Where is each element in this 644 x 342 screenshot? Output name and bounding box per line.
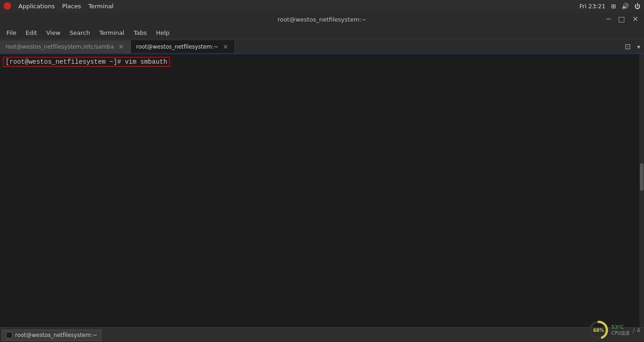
tab-samba-close[interactable]: ✕ bbox=[117, 43, 125, 50]
menu-view[interactable]: View bbox=[42, 28, 65, 37]
window-title: root@westos_netfilesystem:~ bbox=[277, 16, 366, 23]
title-bar: root@westos_netfilesystem:~ ─ □ ✕ bbox=[0, 12, 644, 27]
tab-home-close[interactable]: ✕ bbox=[222, 43, 229, 50]
power-icon[interactable]: ⏻ bbox=[634, 3, 640, 10]
tab-samba[interactable]: root@westos_netfilesystem:/etc/samba ✕ bbox=[0, 40, 131, 53]
system-tray: 68% 53°C CPU温度 / 4 bbox=[589, 320, 640, 340]
volume-icon[interactable]: 🔊 bbox=[622, 3, 629, 10]
cpu-temp-display: 53°C CPU温度 bbox=[611, 324, 630, 336]
close-button[interactable]: ✕ bbox=[631, 16, 640, 23]
terminal-prompt-line: [root@westos_netfilesystem ~]# vim smbau… bbox=[0, 56, 644, 68]
maximize-button[interactable]: □ bbox=[616, 16, 627, 23]
system-bar: Applications Places Terminal Fri 23:21 ⊞… bbox=[0, 0, 644, 12]
taskbar-terminal-icon bbox=[6, 332, 12, 338]
cpu-temp-value: 53°C bbox=[611, 324, 624, 330]
menu-edit[interactable]: Edit bbox=[21, 28, 42, 37]
menu-search[interactable]: Search bbox=[65, 28, 95, 37]
tab-dropdown-button[interactable]: ▾ bbox=[635, 42, 642, 51]
window-controls: ─ □ ✕ bbox=[605, 16, 640, 23]
taskbar-terminal-item[interactable]: root@westos_netfilesystem:~ bbox=[2, 330, 101, 341]
datetime-display: Fri 23:21 bbox=[579, 3, 605, 10]
system-bar-left: Applications Places Terminal bbox=[4, 2, 114, 10]
system-bar-right: Fri 23:21 ⊞ 🔊 ⏻ bbox=[579, 3, 640, 10]
menu-tabs[interactable]: Tabs bbox=[129, 28, 151, 37]
app-logo-icon bbox=[4, 2, 11, 10]
tab-samba-label: root@westos_netfilesystem:/etc/samba bbox=[6, 44, 114, 50]
scrollbar-thumb[interactable] bbox=[640, 163, 644, 191]
minimize-button[interactable]: ─ bbox=[605, 16, 613, 23]
network-icon[interactable]: ⊞ bbox=[611, 3, 616, 10]
menu-bar: File Edit View Search Terminal Tabs Help bbox=[0, 27, 644, 39]
tab-search-button[interactable]: ⊡ bbox=[622, 41, 633, 52]
taskbar: root@westos_netfilesystem:~ 68% 53°C CPU… bbox=[0, 327, 644, 342]
cpu-cores-slash: / 4 bbox=[633, 327, 640, 334]
cpu-temp-label: CPU温度 bbox=[611, 330, 630, 336]
applications-menu[interactable]: Applications bbox=[18, 3, 55, 10]
menu-help[interactable]: Help bbox=[151, 28, 174, 37]
terminal-menu[interactable]: Terminal bbox=[88, 3, 114, 10]
places-menu[interactable]: Places bbox=[62, 3, 81, 10]
prompt-text: [root@westos_netfilesystem ~]# vim smbau… bbox=[3, 57, 170, 67]
cpu-percent: 68% bbox=[593, 328, 604, 333]
taskbar-terminal-label: root@westos_netfilesystem:~ bbox=[15, 332, 97, 338]
cpu-gauge: 68% bbox=[589, 320, 609, 340]
tabs-right-controls: ⊡ ▾ bbox=[622, 41, 642, 52]
tabs-bar: root@westos_netfilesystem:/etc/samba ✕ r… bbox=[0, 39, 644, 54]
menu-terminal[interactable]: Terminal bbox=[94, 28, 129, 37]
tab-home[interactable]: root@westos_netfilesystem:~ ✕ bbox=[131, 40, 235, 53]
scrollbar[interactable] bbox=[639, 54, 644, 327]
terminal-content[interactable]: [root@westos_netfilesystem ~]# vim smbau… bbox=[0, 54, 644, 327]
tab-home-label: root@westos_netfilesystem:~ bbox=[136, 44, 218, 50]
menu-file[interactable]: File bbox=[2, 28, 21, 37]
